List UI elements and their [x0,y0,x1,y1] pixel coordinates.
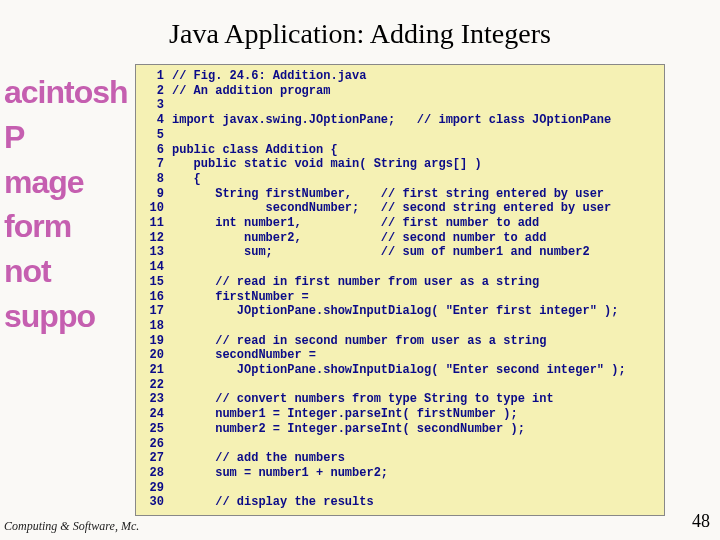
page-number: 48 [692,511,710,532]
code-line: 23 // convert numbers from type String t… [140,392,658,407]
line-number: 17 [140,304,172,319]
line-number: 13 [140,245,172,260]
code-line: 13 sum; // sum of number1 and number2 [140,245,658,260]
code-text: secondNumber; // second string entered b… [172,201,658,216]
code-listing: 1// Fig. 24.6: Addition.java2// An addit… [135,64,665,516]
code-line: 25 number2 = Integer.parseInt( secondNum… [140,422,658,437]
code-line: 24 number1 = Integer.parseInt( firstNumb… [140,407,658,422]
code-line: 3 [140,98,658,113]
placeholder-line-2: mage form [4,160,124,250]
placeholder-line-1: acintosh P [4,70,124,160]
code-line: 1// Fig. 24.6: Addition.java [140,69,658,84]
code-text [172,481,658,496]
code-line: 6public class Addition { [140,143,658,158]
code-text: JOptionPane.showInputDialog( "Enter seco… [172,363,658,378]
line-number: 3 [140,98,172,113]
code-text: secondNumber = [172,348,658,363]
code-line: 12 number2, // second number to add [140,231,658,246]
code-line: 18 [140,319,658,334]
code-line: 20 secondNumber = [140,348,658,363]
code-text: // Fig. 24.6: Addition.java [172,69,658,84]
code-line: 30 // display the results [140,495,658,510]
code-text: number1 = Integer.parseInt( firstNumber … [172,407,658,422]
code-text: JOptionPane.showInputDialog( "Enter firs… [172,304,658,319]
code-line: 9 String firstNumber, // first string en… [140,187,658,202]
code-line: 17 JOptionPane.showInputDialog( "Enter f… [140,304,658,319]
code-text: // add the numbers [172,451,658,466]
line-number: 7 [140,157,172,172]
line-number: 11 [140,216,172,231]
code-line: 10 secondNumber; // second string entere… [140,201,658,216]
code-text: sum = number1 + number2; [172,466,658,481]
line-number: 27 [140,451,172,466]
code-text [172,319,658,334]
code-line: 16 firstNumber = [140,290,658,305]
placeholder-line-3: not suppo [4,249,124,339]
line-number: 5 [140,128,172,143]
code-text: // read in second number from user as a … [172,334,658,349]
code-line: 27 // add the numbers [140,451,658,466]
code-line: 28 sum = number1 + number2; [140,466,658,481]
code-line: 11 int number1, // first number to add [140,216,658,231]
code-text [172,437,658,452]
line-number: 6 [140,143,172,158]
line-number: 15 [140,275,172,290]
line-number: 18 [140,319,172,334]
line-number: 19 [140,334,172,349]
line-number: 1 [140,69,172,84]
code-text: String firstNumber, // first string ente… [172,187,658,202]
line-number: 21 [140,363,172,378]
footer-attribution: Computing & Software, Mc. [4,519,139,534]
code-text: { [172,172,658,187]
line-number: 30 [140,495,172,510]
line-number: 23 [140,392,172,407]
code-text [172,128,658,143]
code-line: 29 [140,481,658,496]
code-line: 5 [140,128,658,143]
code-text [172,260,658,275]
code-text: number2 = Integer.parseInt( secondNumber… [172,422,658,437]
code-text: // convert numbers from type String to t… [172,392,658,407]
code-line: 4import javax.swing.JOptionPane; // impo… [140,113,658,128]
code-text: // An addition program [172,84,658,99]
code-text: // read in first number from user as a s… [172,275,658,290]
line-number: 4 [140,113,172,128]
line-number: 20 [140,348,172,363]
line-number: 28 [140,466,172,481]
line-number: 9 [140,187,172,202]
line-number: 22 [140,378,172,393]
code-text: int number1, // first number to add [172,216,658,231]
line-number: 25 [140,422,172,437]
code-text: firstNumber = [172,290,658,305]
code-text [172,98,658,113]
code-line: 26 [140,437,658,452]
line-number: 16 [140,290,172,305]
code-line: 2// An addition program [140,84,658,99]
code-line: 21 JOptionPane.showInputDialog( "Enter s… [140,363,658,378]
code-text: sum; // sum of number1 and number2 [172,245,658,260]
line-number: 8 [140,172,172,187]
line-number: 12 [140,231,172,246]
line-number: 2 [140,84,172,99]
line-number: 24 [140,407,172,422]
code-text: // display the results [172,495,658,510]
slide-title: Java Application: Adding Integers [0,18,720,50]
code-line: 14 [140,260,658,275]
code-line: 8 { [140,172,658,187]
code-text: public static void main( String args[] ) [172,157,658,172]
code-line: 7 public static void main( String args[]… [140,157,658,172]
line-number: 14 [140,260,172,275]
line-number: 26 [140,437,172,452]
code-line: 19 // read in second number from user as… [140,334,658,349]
code-text: import javax.swing.JOptionPane; // impor… [172,113,658,128]
line-number: 29 [140,481,172,496]
code-line: 15 // read in first number from user as … [140,275,658,290]
missing-image-placeholder: acintosh P mage form not suppo [4,70,124,339]
code-text [172,378,658,393]
line-number: 10 [140,201,172,216]
code-line: 22 [140,378,658,393]
code-text: public class Addition { [172,143,658,158]
code-text: number2, // second number to add [172,231,658,246]
